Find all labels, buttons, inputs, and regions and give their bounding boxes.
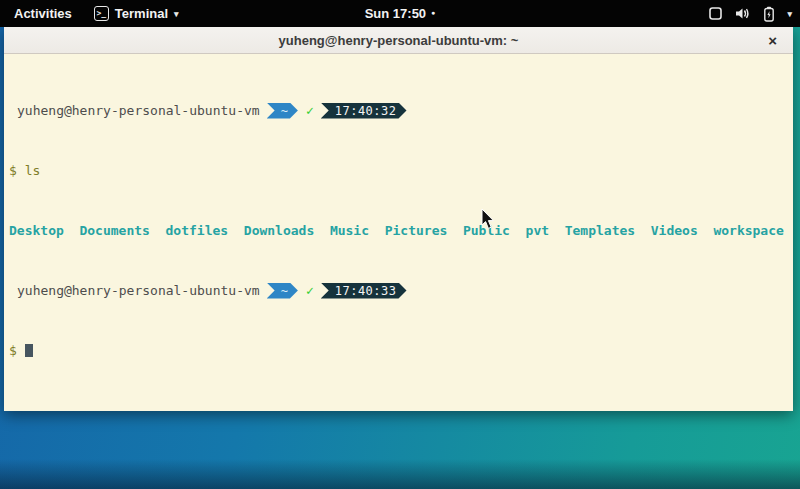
prompt-path-segment: ~ <box>267 103 298 119</box>
system-status-menu[interactable]: ▾ <box>708 6 792 22</box>
clock-label: Sun 17:50 <box>365 6 426 21</box>
notification-dot-icon: ● <box>431 9 435 16</box>
active-input-line[interactable]: $ <box>9 343 788 358</box>
text-cursor <box>25 344 33 357</box>
prompt-time-badge: 17:40:32 <box>321 103 407 119</box>
directory-listing: Desktop Documents dotfiles Downloads Mus… <box>9 223 784 238</box>
ls-output-line: Desktop Documents dotfiles Downloads Mus… <box>9 223 788 238</box>
check-icon: ✓ <box>306 103 314 118</box>
prompt-user-host: yuheng@henry-personal-ubuntu-vm <box>17 283 260 298</box>
screen: Activities >_ Terminal ▾ Sun 17:50 ● ▾ <box>0 0 800 489</box>
close-icon[interactable]: × <box>768 33 777 48</box>
top-bar: Activities >_ Terminal ▾ Sun 17:50 ● ▾ <box>0 0 800 27</box>
check-icon: ✓ <box>306 283 314 298</box>
command-line: $ ls <box>9 163 788 178</box>
window-titlebar[interactable]: yuheng@henry-personal-ubuntu-vm: ~ × <box>4 27 793 54</box>
typed-command <box>17 163 25 178</box>
terminal-content[interactable]: yuheng@henry-personal-ubuntu-vm ~ ✓ 17:4… <box>4 54 793 411</box>
app-menu-terminal[interactable]: >_ Terminal ▾ <box>94 6 179 21</box>
app-menu-label: Terminal <box>115 6 168 21</box>
battery-charging-icon <box>763 6 775 22</box>
prompt-line-1: yuheng@henry-personal-ubuntu-vm ~ ✓ 17:4… <box>9 103 788 118</box>
volume-icon <box>735 6 751 21</box>
prompt-path-segment: ~ <box>267 283 298 299</box>
prompt-time-badge: 17:40:33 <box>321 283 407 299</box>
prompt-dollar: $ <box>9 343 17 358</box>
terminal-window: yuheng@henry-personal-ubuntu-vm: ~ × yuh… <box>4 27 793 411</box>
window-title: yuheng@henry-personal-ubuntu-vm: ~ <box>279 33 519 48</box>
prompt-dollar: $ <box>9 163 17 178</box>
screen-share-icon <box>708 6 723 21</box>
chevron-down-icon: ▾ <box>174 9 179 19</box>
clock-menu[interactable]: Sun 17:50 ● <box>365 6 436 21</box>
chevron-down-icon: ▾ <box>787 9 792 19</box>
terminal-app-icon: >_ <box>94 6 109 21</box>
prompt-user-host: yuheng@henry-personal-ubuntu-vm <box>17 103 260 118</box>
prompt-line-2: yuheng@henry-personal-ubuntu-vm ~ ✓ 17:4… <box>9 283 788 298</box>
activities-button[interactable]: Activities <box>10 4 76 23</box>
typed-command-text: ls <box>25 163 41 178</box>
